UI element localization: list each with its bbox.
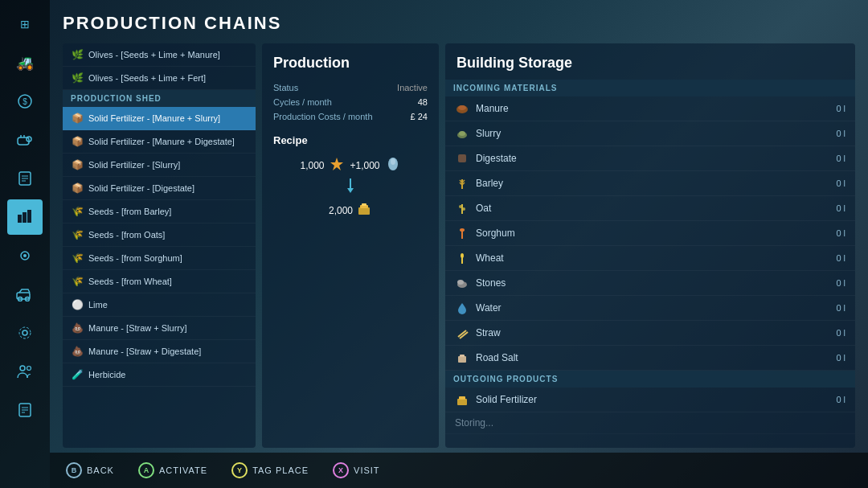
svg-rect-10 xyxy=(18,215,22,223)
barley-storage-name: Barley xyxy=(476,178,503,189)
svg-point-48 xyxy=(460,228,465,232)
road-salt-storage-amount: 0 l xyxy=(836,353,845,363)
page-title: PRODUCTION CHAINS xyxy=(63,13,855,34)
seeds-barley-icon: 🌾 xyxy=(71,205,84,218)
solid-fertilizer-storage-amount: 0 l xyxy=(836,395,845,404)
water-storage-amount: 0 l xyxy=(836,303,845,313)
digestate-storage-amount: 0 l xyxy=(836,154,845,163)
list-item-sf1[interactable]: 📦 Solid Fertilizer - [Manure + Slurry] xyxy=(63,107,256,130)
back-button[interactable]: B BACK xyxy=(66,462,114,478)
sidebar-item-book[interactable] xyxy=(7,161,43,196)
sidebar-item-vehicles[interactable] xyxy=(7,277,43,312)
right-panel: Building Storage INCOMING MATERIALS Manu… xyxy=(445,43,855,448)
olive2-icon: 🌿 xyxy=(71,72,84,84)
manure-storage-amount: 0 l xyxy=(836,104,845,113)
svg-text:$: $ xyxy=(23,97,27,106)
storage-row-solid-fertilizer[interactable]: Solid Fertilizer 0 l xyxy=(445,388,855,412)
storage-row-wheat[interactable]: Wheat 0 l xyxy=(445,246,855,271)
svg-rect-58 xyxy=(459,396,465,400)
sidebar-item-topleft[interactable]: ⊞ xyxy=(7,6,43,42)
visit-button[interactable]: X VISIT xyxy=(333,462,380,478)
activate-button-label: ACTIVATE xyxy=(159,465,207,475)
storage-row-sorghum[interactable]: Sorghum 0 l xyxy=(445,221,855,246)
list-item-seeds-oats[interactable]: 🌾 Seeds - [from Oats] xyxy=(63,223,256,247)
recipe-visual: 1,000 +1,000 xyxy=(273,156,428,220)
status-value: Inactive xyxy=(397,83,428,92)
list-item-seeds-barley[interactable]: 🌾 Seeds - [from Barley] xyxy=(63,200,256,223)
production-title: Production xyxy=(273,55,428,72)
sidebar-item-view[interactable] xyxy=(7,238,43,273)
manure2-icon: 💩 xyxy=(71,345,84,358)
svg-rect-56 xyxy=(460,355,465,357)
recipe-input1-icon xyxy=(329,156,345,175)
svg-point-50 xyxy=(461,253,464,258)
list-item-manure2[interactable]: 💩 Manure - [Straw + Digestate] xyxy=(63,340,256,363)
storage-row-slurry[interactable]: Slurry 0 l xyxy=(445,121,855,146)
activate-button[interactable]: A ACTIVATE xyxy=(138,462,207,478)
main-content: PRODUCTION CHAINS 🌿 Olives - [Seeds + Li… xyxy=(50,0,868,488)
storage-row-storing: Storing... xyxy=(445,412,855,434)
svg-point-18 xyxy=(23,330,27,335)
recipe-input2-amount: +1,000 xyxy=(350,160,379,171)
list-item-seeds-sorghum[interactable]: 🌾 Seeds - [from Sorghum] xyxy=(63,247,256,270)
costs-value: £ 24 xyxy=(411,112,428,121)
columns-container: 🌿 Olives - [Seeds + Lime + Manure] 🌿 Oli… xyxy=(63,43,855,448)
sidebar-item-production[interactable] xyxy=(7,199,43,235)
straw-storage-name: Straw xyxy=(476,327,501,338)
oat-storage-amount: 0 l xyxy=(836,203,845,213)
sidebar-item-settings[interactable] xyxy=(7,315,43,351)
svg-point-28 xyxy=(391,158,395,165)
visit-button-label: VISIT xyxy=(354,465,380,475)
back-button-label: BACK xyxy=(87,465,114,475)
list-item-sf2[interactable]: 📦 Solid Fertilizer - [Manure + Digestate… xyxy=(63,130,256,154)
svg-point-45 xyxy=(459,205,462,208)
sidebar-item-tractor[interactable]: 🚜 xyxy=(7,45,43,80)
sidebar-item-workers[interactable] xyxy=(7,354,43,389)
recipe-output-amount: 2,000 xyxy=(329,205,353,216)
svg-point-20 xyxy=(20,366,25,371)
list-item-olives1[interactable]: 🌿 Olives - [Seeds + Lime + Manure] xyxy=(63,43,256,67)
list-item-lime[interactable]: ⚪ Lime xyxy=(63,293,256,317)
status-label: Status xyxy=(273,83,298,92)
sidebar-item-animals[interactable] xyxy=(7,122,43,158)
list-item-herbicide[interactable]: 🧪 Herbicide xyxy=(63,363,256,387)
storage-row-road-salt[interactable]: Road Salt 0 l xyxy=(445,346,855,371)
list-item-sf4[interactable]: 📦 Solid Fertilizer - [Digestate] xyxy=(63,177,256,200)
sf1-icon: 📦 xyxy=(71,112,84,125)
bottom-bar: B BACK A ACTIVATE Y TAG PLACE X VISIT xyxy=(50,453,868,488)
list-item-seeds-wheat[interactable]: 🌾 Seeds - [from Wheat] xyxy=(63,270,256,293)
digestate-storage-icon xyxy=(455,151,469,166)
storage-row-barley[interactable]: Barley 0 l xyxy=(445,171,855,196)
manure-storage-name: Manure xyxy=(476,103,509,114)
sorghum-storage-amount: 0 l xyxy=(836,228,845,238)
digestate-storage-name: Digestate xyxy=(476,153,517,164)
tag-place-button-key: Y xyxy=(231,462,248,478)
storage-row-manure[interactable]: Manure 0 l xyxy=(445,96,855,121)
list-item-manure1[interactable]: 💩 Manure - [Straw + Slurry] xyxy=(63,317,256,340)
water-storage-name: Water xyxy=(476,302,502,314)
recipe-input1-amount: 1,000 xyxy=(300,160,324,171)
recipe-output-icon xyxy=(356,201,372,220)
storage-row-oat[interactable]: Oat 0 l xyxy=(445,196,855,221)
tag-place-button[interactable]: Y TAG PLACE xyxy=(231,462,309,478)
recipe-input2-icon xyxy=(385,156,401,175)
storage-row-straw[interactable]: Straw 0 l xyxy=(445,321,855,346)
storage-row-stones[interactable]: Stones 0 l xyxy=(445,271,855,296)
outgoing-products-header: OUTGOING PRODUCTS xyxy=(445,371,855,388)
sidebar-item-help[interactable] xyxy=(7,392,43,428)
straw-storage-icon xyxy=(455,326,469,340)
svg-rect-11 xyxy=(23,212,27,223)
storage-row-digestate[interactable]: Digestate 0 l xyxy=(445,146,855,171)
sidebar-item-finance[interactable]: $ xyxy=(7,84,43,119)
stones-storage-name: Stones xyxy=(476,277,506,289)
back-button-key: B xyxy=(66,462,82,478)
list-item-sf3[interactable]: 📦 Solid Fertilizer - [Slurry] xyxy=(63,154,256,177)
svg-marker-30 xyxy=(347,188,354,193)
lime-icon: ⚪ xyxy=(71,298,84,311)
cycles-label: Cycles / month xyxy=(273,97,332,107)
barley-storage-amount: 0 l xyxy=(836,178,845,188)
svg-rect-55 xyxy=(458,356,466,363)
costs-label: Production Costs / month xyxy=(273,112,373,121)
storage-row-water[interactable]: Water 0 l xyxy=(445,296,855,321)
list-item-olives2[interactable]: 🌿 Olives - [Seeds + Lime + Fert] xyxy=(63,67,256,90)
